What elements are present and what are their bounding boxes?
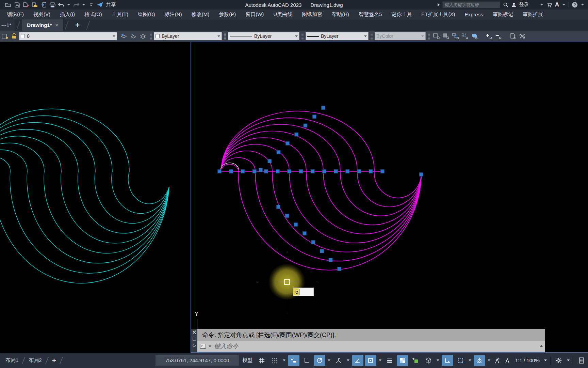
command-settings-icon[interactable] [192, 343, 197, 348]
dynamic-input-field[interactable]: e [293, 288, 314, 296]
save-icon[interactable] [14, 1, 20, 8]
selection-grip[interactable] [218, 170, 222, 173]
isolate-objects-icon[interactable] [576, 355, 587, 366]
menu-item-10[interactable]: U美曲线 [268, 10, 297, 19]
plot-icon[interactable] [49, 1, 56, 8]
viewport-right-active[interactable]: e Y [191, 42, 588, 353]
swirl-curve[interactable] [221, 124, 421, 216]
search-icon[interactable] [503, 2, 508, 7]
selection-grip[interactable] [277, 205, 280, 209]
unlock-icon[interactable] [10, 32, 18, 40]
swirl-curve[interactable] [0, 116, 169, 213]
menu-item-3[interactable]: 格式(O) [80, 10, 107, 19]
layer-states-icon[interactable] [139, 32, 147, 40]
selection-grip[interactable] [299, 170, 303, 173]
layer-combo-chevron-icon[interactable] [113, 35, 115, 37]
selection-grip[interactable] [312, 115, 316, 119]
polar-dropdown-icon[interactable] [327, 355, 331, 366]
menu-item-7[interactable]: 修改(M) [187, 10, 214, 19]
command-scroll-up-icon[interactable] [540, 345, 543, 347]
signin-label[interactable]: 登录 [519, 2, 529, 8]
selection-grip[interactable] [420, 173, 423, 177]
menu-item-4[interactable]: 工具(T) [107, 10, 133, 19]
group-add-icon[interactable] [461, 32, 469, 40]
open-file-icon[interactable] [5, 1, 12, 8]
sheet-tool-icon[interactable] [509, 32, 517, 40]
menu-item-9[interactable]: 窗口(W) [241, 10, 268, 19]
swirl-curve[interactable] [221, 164, 421, 270]
swirl-curve[interactable] [221, 131, 421, 225]
file-tab-partial[interactable]: ---1* [0, 19, 15, 31]
selection-grip[interactable] [285, 214, 289, 218]
selection-grip[interactable] [295, 133, 298, 136]
swirl-curve[interactable] [0, 122, 169, 223]
layout1-tab[interactable]: 布局1 [3, 357, 20, 364]
polar-tracking-toggle[interactable] [314, 355, 325, 366]
undo-icon[interactable] [58, 1, 65, 8]
signin-dropdown-icon[interactable] [540, 4, 543, 5]
model-space-toggle[interactable]: 模型 [240, 355, 255, 366]
command-history-icon[interactable] [193, 337, 196, 341]
selection-grip[interactable] [329, 258, 332, 262]
new-layout-button[interactable]: + [50, 356, 58, 365]
linetype-combo[interactable]: ByLayer [228, 32, 299, 40]
menu-item-2[interactable]: 插入(I) [55, 10, 80, 19]
selection-grip[interactable] [380, 170, 384, 173]
ungroup-icon[interactable] [442, 32, 450, 40]
menu-item-17[interactable]: 审图标记 [488, 10, 518, 19]
file-tab-active[interactable]: Drawing1* × [22, 19, 63, 31]
selection-grip[interactable] [346, 170, 349, 173]
new-tab-button[interactable]: + [70, 21, 84, 30]
command-input-row[interactable]: >_ 键入命令 [197, 341, 545, 352]
menu-item-11[interactable]: 图纸加密 [297, 10, 327, 19]
menu-item-15[interactable]: ET扩展工具(X) [416, 10, 460, 19]
selection-grip[interactable] [288, 170, 291, 173]
isometric-drafting-toggle[interactable] [333, 355, 344, 366]
layer-previous-icon[interactable] [129, 32, 137, 40]
share-label[interactable]: 共享 [106, 2, 116, 8]
scale-dropdown-icon[interactable] [543, 355, 548, 366]
import-icon[interactable] [40, 1, 47, 8]
redo-dropdown-icon[interactable] [82, 4, 85, 5]
swirl-curve[interactable] [0, 136, 169, 243]
swirl-curve[interactable] [0, 129, 169, 233]
menu-item-5[interactable]: 绘图(D) [133, 10, 160, 19]
selection-grip[interactable] [259, 168, 263, 172]
share-icon[interactable] [97, 1, 103, 8]
isodraft-dropdown-icon[interactable] [346, 355, 350, 366]
object-snap-tracking-toggle[interactable] [352, 355, 363, 366]
group-edit-icon[interactable] [452, 32, 460, 40]
selection-grip[interactable] [304, 124, 307, 127]
selection-grip[interactable] [322, 170, 326, 173]
grid-display-toggle[interactable] [256, 355, 267, 366]
selection-grip[interactable] [252, 170, 256, 173]
osnap-dropdown-icon[interactable] [378, 355, 382, 366]
selection-grip[interactable] [338, 267, 341, 271]
search-input[interactable]: 键入关键字或短语 [442, 1, 500, 8]
selection-grip[interactable] [229, 170, 233, 173]
snap-mode-toggle[interactable] [269, 355, 280, 366]
menu-item-16[interactable]: Express [460, 10, 488, 19]
command-close-icon[interactable] [193, 331, 196, 334]
selection-grip[interactable] [285, 141, 289, 145]
color-combo[interactable]: ByLayer [154, 32, 222, 40]
snap-dropdown-icon[interactable] [282, 355, 287, 366]
selection-grip[interactable] [311, 170, 314, 173]
annotation-scale-button[interactable]: 1:1 / 100% [513, 357, 542, 363]
layer-properties-icon[interactable] [1, 32, 9, 40]
layout2-tab[interactable]: 布局2 [27, 357, 44, 364]
help-dropdown-icon[interactable] [581, 4, 584, 5]
group-icon[interactable] [432, 32, 441, 40]
selection-grip[interactable] [311, 241, 315, 244]
menu-item-0[interactable]: 编辑(E) [2, 10, 29, 19]
undo-dropdown-icon[interactable] [67, 4, 70, 5]
selection-grip[interactable] [277, 150, 280, 154]
logo-dropdown-icon[interactable] [562, 4, 565, 5]
annotation-visibility-toggle[interactable] [493, 355, 502, 366]
selection-grip[interactable] [320, 249, 324, 253]
group-select-off-icon[interactable] [494, 32, 503, 40]
swirl-curve[interactable] [0, 143, 169, 253]
color-combo-chevron-icon[interactable] [217, 35, 220, 37]
selection-grip[interactable] [276, 170, 280, 173]
dynamic-ucs-toggle[interactable] [442, 355, 453, 366]
